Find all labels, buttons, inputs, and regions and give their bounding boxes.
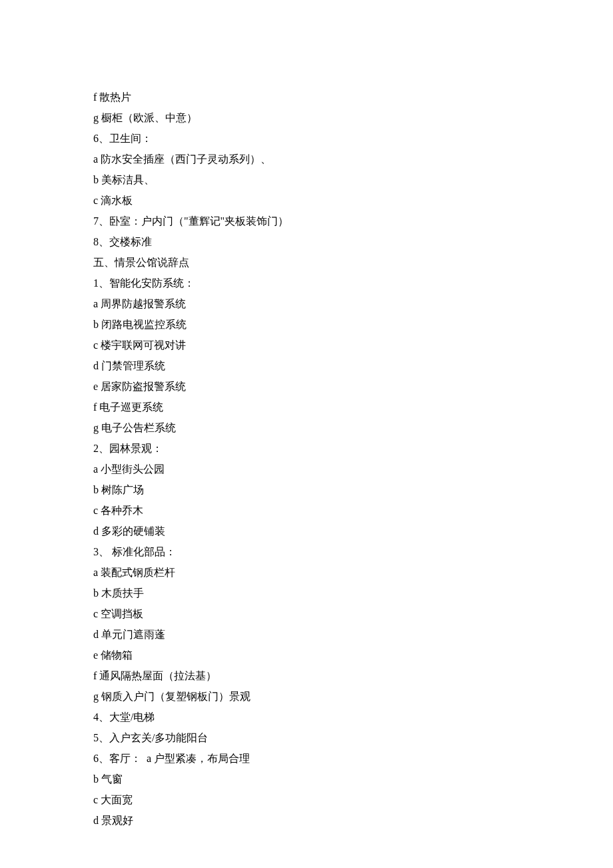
text-line: c 楼宇联网可视对讲 [93,335,520,355]
text-line: f 散热片 [93,87,520,107]
text-line: 1、智能化安防系统： [93,273,520,293]
text-line: d 单元门遮雨蓬 [93,624,520,645]
document-page: f 散热片 g 橱柜（欧派、中意） 6、卫生间： a 防水安全插座（西门子灵动系… [0,0,613,868]
text-line: e 居家防盗报警系统 [93,376,520,397]
text-line: d 门禁管理系统 [93,355,520,376]
text-line: c 大面宽 [93,789,520,810]
text-line: e 储物箱 [93,645,520,665]
text-line: g 电子公告栏系统 [93,417,520,438]
text-line: 5、入户玄关/多功能阳台 [93,727,520,748]
text-line: 五、情景公馆说辞点 [93,252,520,273]
text-line: b 木质扶手 [93,583,520,603]
text-line: 8、交楼标准 [93,231,520,252]
text-line: 7、卧室：户内门（"董辉记"夹板装饰门） [93,211,520,231]
text-line: 6、卫生间： [93,128,520,149]
text-line: 3、 标准化部品： [93,541,520,562]
text-line: c 各种乔木 [93,500,520,521]
text-line: a 周界防越报警系统 [93,293,520,314]
text-line: f 电子巡更系统 [93,397,520,417]
text-line: a 装配式钢质栏杆 [93,562,520,583]
text-line: b 美标洁具、 [93,169,520,190]
text-line: c 滴水板 [93,190,520,211]
text-line: 4、大堂/电梯 [93,707,520,727]
text-line: b 气窗 [93,769,520,789]
text-line: b 闭路电视监控系统 [93,314,520,335]
text-line: 6、客厅： a 户型紧凑，布局合理 [93,748,520,769]
text-line: c 空调挡板 [93,603,520,624]
text-line: b 树陈广场 [93,479,520,500]
text-line: a 小型街头公园 [93,459,520,479]
text-line: d 景观好 [93,810,520,831]
text-line: f 通风隔热屋面（拉法基） [93,665,520,686]
text-line: g 钢质入户门（复塑钢板门）景观 [93,686,520,707]
text-line: a 防水安全插座（西门子灵动系列）、 [93,149,520,169]
text-line: 2、园林景观： [93,438,520,459]
text-line: g 橱柜（欧派、中意） [93,107,520,128]
text-line: d 多彩的硬铺装 [93,521,520,541]
